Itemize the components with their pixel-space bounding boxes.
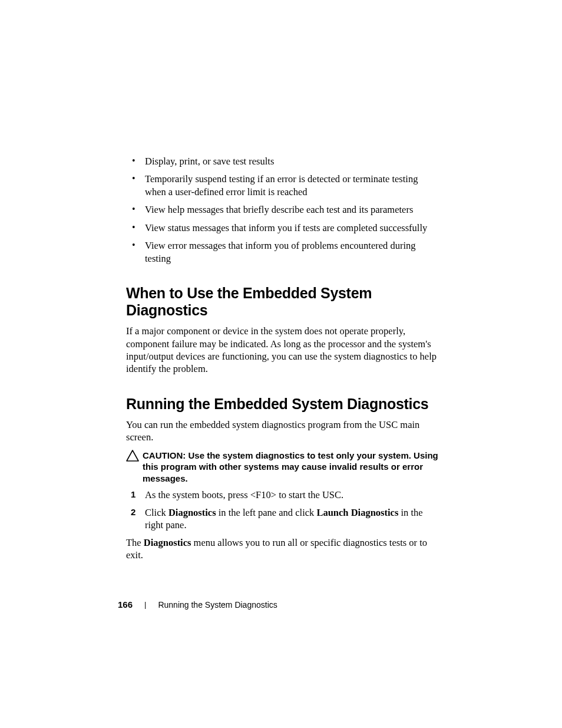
step-item: 1 As the system boots, press <F10> to st… xyxy=(126,489,438,501)
step-item: 2 Click Diagnostics in the left pane and… xyxy=(126,506,438,532)
list-item: •Temporarily suspend testing if an error… xyxy=(126,173,438,198)
footer-title: Running the System Diagnostics xyxy=(158,600,277,610)
list-item-text: View status messages that inform you if … xyxy=(145,222,427,233)
heading-when-to-use: When to Use the Embedded System Diagnost… xyxy=(126,285,438,319)
list-item-text: Display, print, or save test results xyxy=(145,156,274,167)
feature-list: •Display, print, or save test results •T… xyxy=(126,155,438,265)
step-text: As the system boots, press <F10> to star… xyxy=(145,489,343,500)
list-item: •View status messages that inform you if… xyxy=(126,222,438,234)
list-item: •View error messages that inform you of … xyxy=(126,239,438,265)
bullet-icon: • xyxy=(132,239,135,252)
bullet-icon: • xyxy=(132,203,135,216)
heading-running: Running the Embedded System Diagnostics xyxy=(126,396,438,413)
bullet-icon: • xyxy=(132,155,135,167)
step-text: Click Diagnostics in the left pane and c… xyxy=(145,507,423,531)
closing-para: The Diagnostics menu allows you to run a… xyxy=(126,536,438,562)
list-item-text: View error messages that inform you of p… xyxy=(145,240,416,263)
page-number: 166 xyxy=(118,599,133,610)
main-content: •Display, print, or save test results •T… xyxy=(126,155,438,566)
caution-icon xyxy=(126,450,139,464)
page: •Display, print, or save test results •T… xyxy=(0,0,562,728)
caution-text: CAUTION: Use the system diagnostics to t… xyxy=(143,450,438,485)
steps-list: 1 As the system boots, press <F10> to st… xyxy=(126,489,438,531)
step-number: 1 xyxy=(131,489,135,500)
list-item: •View help messages that briefly describ… xyxy=(126,203,438,216)
page-footer: 166 | Running the System Diagnostics xyxy=(118,599,448,610)
bullet-icon: • xyxy=(132,222,135,234)
footer-divider: | xyxy=(144,600,146,609)
list-item-text: Temporarily suspend testing if an error … xyxy=(145,173,418,197)
list-item-text: View help messages that briefly describe… xyxy=(145,204,413,215)
step-number: 2 xyxy=(131,506,135,518)
bullet-icon: • xyxy=(132,173,135,185)
caution-label: CAUTION: xyxy=(143,450,189,460)
para-when-to-use: If a major component or device in the sy… xyxy=(126,325,438,375)
caution-block: CAUTION: Use the system diagnostics to t… xyxy=(126,450,438,485)
para-running-intro: You can run the embedded system diagnost… xyxy=(126,419,438,444)
list-item: •Display, print, or save test results xyxy=(126,155,438,167)
